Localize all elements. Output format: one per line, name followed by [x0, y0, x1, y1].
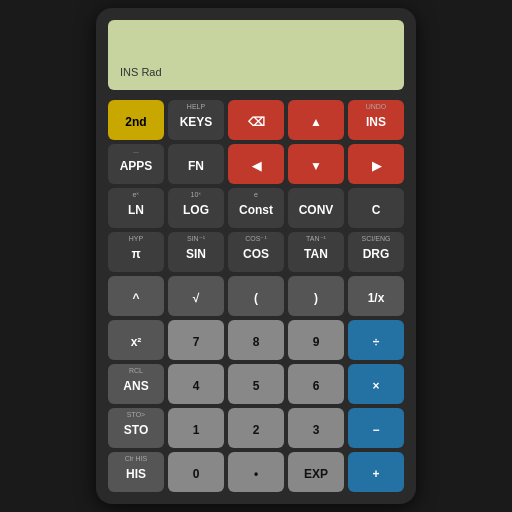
btn-ans-label: ANS [123, 380, 148, 393]
btn-pi[interactable]: HYPπ [108, 232, 164, 272]
btn-cos-label: COS [243, 248, 269, 261]
btn-inv[interactable]: 1/x [348, 276, 404, 316]
btn-keys[interactable]: HELPKEYS [168, 100, 224, 140]
btn-7[interactable]: 7 [168, 320, 224, 360]
btn-drg[interactable]: SCI/ENGDRG [348, 232, 404, 272]
btn-dot[interactable]: • [228, 452, 284, 492]
btn-drg-top-label: SCI/ENG [362, 235, 391, 243]
btn-5[interactable]: 5 [228, 364, 284, 404]
btn-his-label: HIS [126, 468, 146, 481]
btn-rparen-label: ) [314, 292, 318, 305]
btn-ins[interactable]: UNDOINS [348, 100, 404, 140]
btn-ln-label: LN [128, 204, 144, 217]
btn-drg-label: DRG [363, 248, 390, 261]
btn-tan[interactable]: TAN⁻¹TAN [288, 232, 344, 272]
btn-9-label: 9 [313, 336, 320, 349]
btn-down-label: ▼ [310, 160, 322, 173]
btn-pow-label: ^ [132, 292, 139, 305]
display-status: INS Rad [120, 66, 162, 78]
btn-1-label: 1 [193, 424, 200, 437]
btn-x2-label: x² [131, 336, 142, 349]
btn-2nd[interactable]: 2nd [108, 100, 164, 140]
btn-right[interactable]: ▶ [348, 144, 404, 184]
btn-backspace-label: ⌫ [248, 116, 265, 129]
btn-lparen[interactable]: ( [228, 276, 284, 316]
btn-3-label: 3 [313, 424, 320, 437]
btn-8-label: 8 [253, 336, 260, 349]
calculator: INS Rad 2ndHELPKEYS⌫▲UNDOINS...APPSFN◀▼▶… [96, 8, 416, 504]
btn-const[interactable]: eConst [228, 188, 284, 228]
btn-up[interactable]: ▲ [288, 100, 344, 140]
btn-mul[interactable]: × [348, 364, 404, 404]
btn-exp-label: EXP [304, 468, 328, 481]
btn-sto-top-label: STO> [127, 411, 145, 419]
btn-his[interactable]: Clr HISHIS [108, 452, 164, 492]
btn-7-label: 7 [193, 336, 200, 349]
btn-5-label: 5 [253, 380, 260, 393]
btn-keys-label: KEYS [180, 116, 213, 129]
btn-sub[interactable]: − [348, 408, 404, 448]
btn-sto-label: STO [124, 424, 148, 437]
btn-keys-top-label: HELP [187, 103, 205, 111]
btn-ins-top-label: UNDO [366, 103, 387, 111]
btn-2[interactable]: 2 [228, 408, 284, 448]
btn-apps-top-label: ... [133, 147, 139, 155]
btn-6[interactable]: 6 [288, 364, 344, 404]
btn-his-top-label: Clr HIS [125, 455, 148, 463]
btn-log[interactable]: 10ˣLOG [168, 188, 224, 228]
btn-0-label: 0 [193, 468, 200, 481]
btn-backspace[interactable]: ⌫ [228, 100, 284, 140]
btn-sqrt[interactable]: √ [168, 276, 224, 316]
btn-pi-label: π [131, 248, 140, 261]
btn-sin[interactable]: SIN⁻¹SIN [168, 232, 224, 272]
btn-right-label: ▶ [372, 160, 381, 173]
btn-sin-top-label: SIN⁻¹ [187, 235, 205, 243]
btn-const-top-label: e [254, 191, 258, 199]
btn-exp[interactable]: EXP [288, 452, 344, 492]
btn-3[interactable]: 3 [288, 408, 344, 448]
btn-c-label: C [372, 204, 381, 217]
btn-sin-label: SIN [186, 248, 206, 261]
btn-apps[interactable]: ...APPS [108, 144, 164, 184]
btn-ans[interactable]: RCLANS [108, 364, 164, 404]
btn-lparen-label: ( [254, 292, 258, 305]
btn-4[interactable]: 4 [168, 364, 224, 404]
btn-tan-top-label: TAN⁻¹ [306, 235, 326, 243]
btn-pi-top-label: HYP [129, 235, 143, 243]
btn-apps-label: APPS [120, 160, 153, 173]
btn-ins-label: INS [366, 116, 386, 129]
btn-add-label: + [372, 468, 379, 481]
btn-pow[interactable]: ^ [108, 276, 164, 316]
btn-ln-top-label: eˣ [133, 191, 140, 199]
btn-div[interactable]: ÷ [348, 320, 404, 360]
btn-left[interactable]: ◀ [228, 144, 284, 184]
btn-cos[interactable]: COS⁻¹COS [228, 232, 284, 272]
btn-up-label: ▲ [310, 116, 322, 129]
btn-fn-label: FN [188, 160, 204, 173]
btn-conv-label: CONV [299, 204, 334, 217]
btn-6-label: 6 [313, 380, 320, 393]
btn-div-label: ÷ [373, 336, 380, 349]
btn-0[interactable]: 0 [168, 452, 224, 492]
btn-4-label: 4 [193, 380, 200, 393]
buttons-grid: 2ndHELPKEYS⌫▲UNDOINS...APPSFN◀▼▶eˣLN10ˣL… [108, 100, 404, 492]
btn-const-label: Const [239, 204, 273, 217]
btn-rparen[interactable]: ) [288, 276, 344, 316]
btn-dot-label: • [254, 468, 258, 481]
btn-ln[interactable]: eˣLN [108, 188, 164, 228]
btn-down[interactable]: ▼ [288, 144, 344, 184]
btn-fn[interactable]: FN [168, 144, 224, 184]
btn-sub-label: − [372, 424, 379, 437]
btn-sqrt-label: √ [193, 292, 200, 305]
btn-add[interactable]: + [348, 452, 404, 492]
btn-inv-label: 1/x [368, 292, 385, 305]
btn-conv[interactable]: CONV [288, 188, 344, 228]
btn-9[interactable]: 9 [288, 320, 344, 360]
btn-8[interactable]: 8 [228, 320, 284, 360]
btn-left-label: ◀ [252, 160, 261, 173]
btn-sto[interactable]: STO>STO [108, 408, 164, 448]
btn-x2[interactable]: x² [108, 320, 164, 360]
btn-c[interactable]: C [348, 188, 404, 228]
btn-1[interactable]: 1 [168, 408, 224, 448]
btn-ans-top-label: RCL [129, 367, 143, 375]
